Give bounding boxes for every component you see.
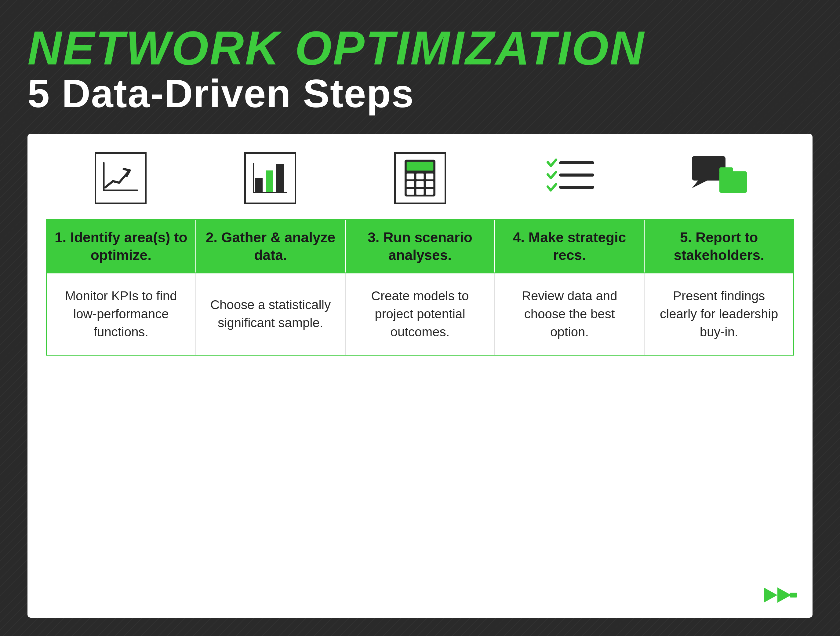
step-2-label: 2. Gather & analyze data. bbox=[202, 229, 339, 264]
step-1-cell: 1. Identify area(s) to optimize. bbox=[47, 220, 196, 272]
step-5-cell: 5. Report to stakeholders. bbox=[644, 220, 793, 272]
checklist-icon bbox=[545, 156, 594, 200]
desc-4-text: Review data and choose the best option. bbox=[504, 287, 635, 341]
footer-logo bbox=[764, 583, 797, 609]
desc-2-text: Choose a statistically significant sampl… bbox=[205, 296, 336, 332]
step-4-label: 4. Make strategic recs. bbox=[501, 229, 638, 264]
desc-3-cell: Create models to project potential outco… bbox=[346, 274, 495, 354]
desc-row: Monitor KPIs to find low-performance fun… bbox=[46, 274, 794, 356]
chat-report-icon bbox=[690, 155, 748, 202]
svg-rect-14 bbox=[416, 181, 423, 187]
step-3-label: 3. Run scenario analyses. bbox=[352, 229, 488, 264]
desc-3-text: Create models to project potential outco… bbox=[355, 287, 485, 341]
calculator-icon bbox=[394, 152, 446, 204]
icons-row bbox=[46, 152, 794, 219]
svg-rect-16 bbox=[407, 189, 414, 195]
desc-2-cell: Choose a statistically significant sampl… bbox=[196, 274, 346, 354]
svg-rect-24 bbox=[719, 171, 747, 193]
svg-rect-13 bbox=[407, 181, 414, 187]
svg-rect-15 bbox=[426, 181, 433, 187]
trend-chart-icon bbox=[95, 152, 147, 204]
svg-rect-5 bbox=[276, 165, 284, 192]
svg-rect-4 bbox=[266, 171, 273, 192]
title-line1: NETWORK OPTIMIZATION bbox=[27, 24, 813, 72]
desc-1-text: Monitor KPIs to find low-performance fun… bbox=[56, 287, 186, 341]
svg-rect-9 bbox=[407, 162, 434, 171]
svg-rect-25 bbox=[719, 168, 733, 174]
svg-marker-23 bbox=[692, 180, 707, 188]
svg-line-0 bbox=[128, 171, 130, 172]
brand-arrow-icon bbox=[764, 583, 797, 607]
svg-rect-18 bbox=[426, 189, 433, 195]
steps-row: 1. Identify area(s) to optimize. 2. Gath… bbox=[46, 219, 794, 274]
step-1-label: 1. Identify area(s) to optimize. bbox=[53, 229, 189, 264]
bar-chart-icon bbox=[244, 152, 296, 204]
svg-rect-3 bbox=[255, 178, 263, 192]
step-5-label: 5. Report to stakeholders. bbox=[651, 229, 787, 264]
step-2-cell: 2. Gather & analyze data. bbox=[196, 220, 346, 272]
step-2-icon-cell bbox=[196, 152, 345, 204]
step-3-icon-cell bbox=[345, 152, 495, 204]
step-4-cell: 4. Make strategic recs. bbox=[495, 220, 645, 272]
desc-1-cell: Monitor KPIs to find low-performance fun… bbox=[47, 274, 196, 354]
desc-5-cell: Present findings clearly for leadership … bbox=[644, 274, 793, 354]
svg-rect-12 bbox=[426, 174, 433, 179]
step-1-icon-cell bbox=[46, 152, 196, 204]
svg-rect-17 bbox=[416, 189, 423, 195]
svg-rect-10 bbox=[407, 174, 414, 179]
svg-rect-28 bbox=[789, 593, 797, 598]
title-line2: 5 Data-Driven Steps bbox=[27, 72, 813, 115]
svg-rect-11 bbox=[416, 174, 423, 179]
header: NETWORK OPTIMIZATION 5 Data-Driven Steps bbox=[27, 24, 813, 115]
svg-marker-27 bbox=[777, 587, 791, 603]
step-5-icon-cell bbox=[644, 155, 794, 202]
step-3-cell: 3. Run scenario analyses. bbox=[346, 220, 495, 272]
svg-marker-26 bbox=[764, 587, 777, 603]
step-4-icon-cell bbox=[495, 156, 644, 200]
desc-4-cell: Review data and choose the best option. bbox=[495, 274, 645, 354]
main-card: 1. Identify area(s) to optimize. 2. Gath… bbox=[27, 134, 813, 618]
desc-5-text: Present findings clearly for leadership … bbox=[654, 287, 784, 341]
